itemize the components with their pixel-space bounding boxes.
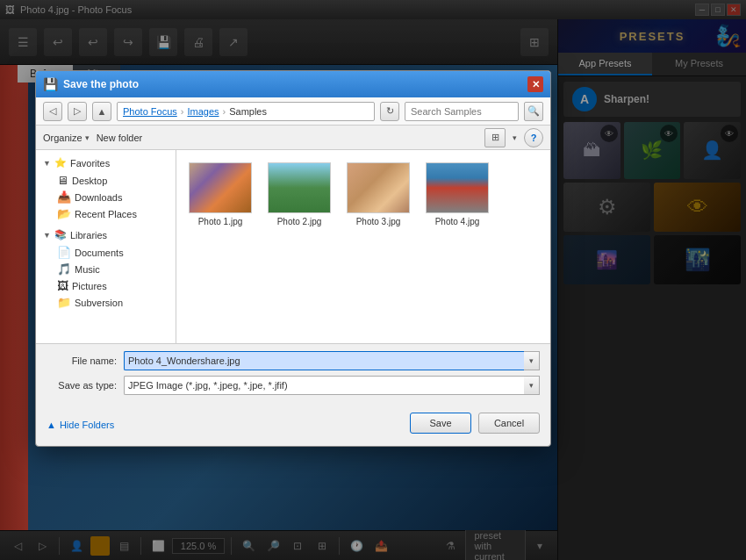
nav-up-button[interactable]: ▲ bbox=[92, 102, 111, 121]
saveas-row: Save as type: ▾ bbox=[47, 376, 540, 395]
dialog-title-icon: 💾 bbox=[43, 77, 58, 91]
dialog-main: ▼ ⭐ Favorites 🖥 Desktop 📥 Downloads 📂 Re… bbox=[36, 150, 550, 343]
file-item-3[interactable]: Photo 3.jpg bbox=[343, 159, 413, 230]
file-thumb-4 bbox=[426, 162, 489, 213]
dialog-title-left: 💾 Save the photo bbox=[43, 77, 139, 91]
file-item-1[interactable]: Photo 1.jpg bbox=[185, 159, 255, 230]
file-tree: ▼ ⭐ Favorites 🖥 Desktop 📥 Downloads 📂 Re… bbox=[36, 150, 176, 343]
view-arrow[interactable]: ▾ bbox=[513, 133, 517, 142]
saveas-dropdown-btn[interactable]: ▾ bbox=[524, 376, 540, 395]
thumb-img-4 bbox=[427, 163, 488, 212]
dialog-buttons: Save Cancel bbox=[399, 407, 550, 442]
recent-label: Recent Places bbox=[75, 209, 137, 219]
filename-dropdown-btn[interactable]: ▾ bbox=[524, 351, 540, 370]
file-name-4: Photo 4.jpg bbox=[435, 217, 480, 226]
dialog-bottom: File name: ▾ Save as type: ▾ bbox=[36, 343, 550, 407]
downloads-icon: 📥 bbox=[57, 190, 71, 204]
save-button[interactable]: Save bbox=[410, 413, 471, 434]
desktop-label: Desktop bbox=[72, 176, 107, 186]
search-input[interactable] bbox=[405, 102, 519, 121]
breadcrumb-sub2: Samples bbox=[229, 106, 267, 117]
music-icon: 🎵 bbox=[57, 262, 71, 276]
cancel-button[interactable]: Cancel bbox=[478, 413, 540, 434]
music-label: Music bbox=[75, 264, 100, 275]
documents-icon: 📄 bbox=[57, 246, 71, 259]
breadcrumb-bar: Photo Focus › Images › Samples bbox=[117, 102, 375, 121]
dialog-close-button[interactable]: ✕ bbox=[527, 76, 543, 92]
saveas-label: Save as type: bbox=[47, 380, 117, 391]
dialog-files-area: Photo 1.jpg Photo 2.jpg Photo 3.jpg bbox=[176, 150, 550, 343]
dialog-title-text: Save the photo bbox=[63, 78, 139, 90]
subversion-label: Subversion bbox=[75, 298, 123, 308]
nav-forward-button[interactable]: ▷ bbox=[68, 102, 87, 121]
dialog-titlebar: 💾 Save the photo ✕ bbox=[36, 71, 550, 97]
new-folder-button[interactable]: New folder bbox=[97, 133, 143, 143]
desktop-icon: 🖥 bbox=[57, 174, 68, 187]
downloads-label: Downloads bbox=[75, 192, 122, 203]
tree-item-downloads[interactable]: 📥 Downloads bbox=[36, 189, 176, 205]
save-dialog: 💾 Save the photo ✕ ◁ ▷ ▲ Photo Focus › I… bbox=[35, 70, 551, 447]
hide-folders-arrow: ▲ bbox=[47, 420, 56, 430]
organize-arrow-icon: ▾ bbox=[85, 133, 90, 142]
organize-label: Organize bbox=[43, 133, 82, 143]
recent-icon: 📂 bbox=[57, 207, 71, 220]
file-thumb-2 bbox=[268, 162, 331, 213]
hide-folders-button[interactable]: ▲ Hide Folders bbox=[36, 420, 399, 430]
favorites-header[interactable]: ▼ ⭐ Favorites bbox=[36, 154, 176, 172]
organize-button[interactable]: Organize ▾ bbox=[43, 133, 90, 143]
saveas-input[interactable] bbox=[124, 376, 524, 395]
file-item-4[interactable]: Photo 4.jpg bbox=[422, 159, 492, 230]
hide-folders-label: Hide Folders bbox=[60, 420, 114, 430]
file-name-3: Photo 3.jpg bbox=[356, 217, 401, 226]
file-thumb-1 bbox=[189, 162, 252, 213]
tree-item-recent[interactable]: 📂 Recent Places bbox=[36, 205, 176, 222]
help-button[interactable]: ? bbox=[524, 128, 543, 147]
dialog-address-bar: ◁ ▷ ▲ Photo Focus › Images › Samples ↻ 🔍 bbox=[36, 97, 550, 126]
tree-item-music[interactable]: 🎵 Music bbox=[36, 261, 176, 277]
dialog-toolbar: Organize ▾ New folder ⊞ ▾ ? bbox=[36, 126, 550, 150]
documents-label: Documents bbox=[75, 248, 124, 258]
breadcrumb-sub1[interactable]: Images bbox=[187, 106, 219, 117]
favorites-label: Favorites bbox=[70, 158, 110, 169]
subversion-icon: 📁 bbox=[57, 296, 71, 309]
tree-item-subversion[interactable]: 📁 Subversion bbox=[36, 294, 176, 311]
thumb-img-1 bbox=[190, 163, 251, 212]
favorites-icon: ⭐ bbox=[54, 157, 67, 169]
file-name-2: Photo 2.jpg bbox=[277, 217, 322, 226]
view-button[interactable]: ⊞ bbox=[484, 128, 506, 147]
favorites-arrow: ▼ bbox=[43, 159, 51, 168]
libraries-header[interactable]: ▼ 📚 Libraries bbox=[36, 226, 176, 244]
libraries-arrow: ▼ bbox=[43, 231, 51, 240]
search-icon[interactable]: 🔍 bbox=[524, 102, 543, 121]
file-item-2[interactable]: Photo 2.jpg bbox=[264, 159, 334, 230]
thumb-img-3 bbox=[348, 163, 409, 212]
dialog-footer: ▲ Hide Folders Save Cancel bbox=[36, 407, 550, 446]
files-grid: Photo 1.jpg Photo 2.jpg Photo 3.jpg bbox=[176, 150, 550, 343]
file-thumb-3 bbox=[347, 162, 410, 213]
filename-row: File name: ▾ bbox=[47, 351, 540, 370]
breadcrumb-root[interactable]: Photo Focus bbox=[123, 106, 177, 117]
tree-item-pictures[interactable]: 🖼 Pictures bbox=[36, 277, 176, 294]
pictures-label: Pictures bbox=[72, 281, 107, 291]
bc-sep-1: › bbox=[181, 106, 184, 117]
filename-input[interactable] bbox=[124, 351, 524, 370]
libraries-icon: 📚 bbox=[54, 229, 67, 241]
filename-input-wrapper: ▾ bbox=[124, 351, 540, 370]
bc-sep-2: › bbox=[223, 106, 226, 117]
filename-label: File name: bbox=[47, 355, 117, 366]
dialog-overlay: 💾 Save the photo ✕ ◁ ▷ ▲ Photo Focus › I… bbox=[0, 0, 746, 560]
pictures-icon: 🖼 bbox=[57, 279, 68, 292]
file-name-1: Photo 1.jpg bbox=[198, 217, 243, 226]
nav-back-button[interactable]: ◁ bbox=[43, 102, 62, 121]
thumb-img-2 bbox=[269, 163, 330, 212]
refresh-button[interactable]: ↻ bbox=[380, 102, 399, 121]
saveas-dropdown-wrapper: ▾ bbox=[124, 376, 540, 395]
libraries-label: Libraries bbox=[70, 230, 107, 241]
tree-item-documents[interactable]: 📄 Documents bbox=[36, 244, 176, 261]
tree-item-desktop[interactable]: 🖥 Desktop bbox=[36, 172, 176, 189]
